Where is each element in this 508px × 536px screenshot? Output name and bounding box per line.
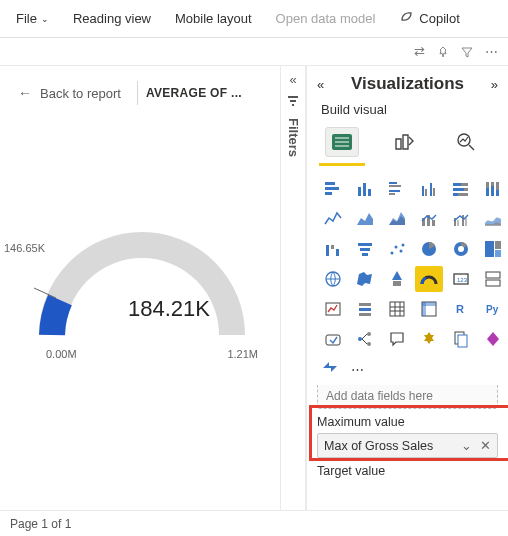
viz-treemap[interactable] <box>479 236 507 262</box>
svg-rect-40 <box>457 220 459 226</box>
menu-file-label: File <box>16 11 37 26</box>
svg-rect-46 <box>358 243 372 246</box>
tab-underline <box>319 163 365 166</box>
viz-clustered-column[interactable] <box>415 176 443 202</box>
menu-mobile-layout[interactable]: Mobile layout <box>165 5 262 32</box>
svg-rect-60 <box>393 281 401 286</box>
field-remove-icon[interactable]: ✕ <box>480 438 491 453</box>
back-to-report[interactable]: ← Back to report <box>10 85 129 101</box>
viz-line-stacked-column[interactable] <box>415 206 443 232</box>
svg-rect-66 <box>359 303 371 306</box>
viz-card[interactable]: 123 <box>447 266 475 292</box>
svg-rect-16 <box>389 182 397 184</box>
format-visual-tab[interactable] <box>387 127 421 157</box>
svg-rect-48 <box>362 253 368 256</box>
viz-qna[interactable] <box>383 326 411 352</box>
svg-rect-38 <box>432 220 435 226</box>
viz-slicer[interactable] <box>351 296 379 322</box>
viz-power-automate[interactable] <box>321 360 341 379</box>
viz-azure-map[interactable] <box>383 266 411 292</box>
viz-decomposition-tree[interactable] <box>351 326 379 352</box>
menu-copilot[interactable]: Copilot <box>389 3 469 34</box>
viz-clustered-bar[interactable] <box>383 176 411 202</box>
viz-map[interactable] <box>319 266 347 292</box>
more-visuals-icon[interactable]: ⋯ <box>351 362 364 377</box>
svg-rect-21 <box>425 189 427 196</box>
maximum-value-field[interactable]: Max of Gross Sales ⌄ ✕ <box>317 433 498 458</box>
build-visual-tab[interactable] <box>325 127 359 157</box>
svg-text:Py: Py <box>486 304 499 315</box>
top-menubar: File ⌄ Reading view Mobile layout Open d… <box>0 0 508 38</box>
svg-rect-3 <box>292 104 294 106</box>
viz-funnel[interactable] <box>351 236 379 262</box>
viz-scatter[interactable] <box>383 236 411 262</box>
expand-pane-icon[interactable]: » <box>491 77 498 92</box>
viz-stacked-bar[interactable] <box>319 176 347 202</box>
drill-icon[interactable]: ⇄ <box>412 45 426 59</box>
viz-stacked-column[interactable] <box>351 176 379 202</box>
more-options-icon[interactable]: ⋯ <box>484 45 498 59</box>
viz-multi-row-card[interactable] <box>479 266 507 292</box>
menu-copilot-label: Copilot <box>419 11 459 26</box>
menu-reading-view[interactable]: Reading view <box>63 5 161 32</box>
svg-rect-84 <box>458 335 467 347</box>
viz-key-influencers[interactable] <box>319 326 347 352</box>
svg-rect-69 <box>390 302 404 316</box>
field-wells: Add data fields here Maximum value Max o… <box>307 385 508 492</box>
svg-rect-57 <box>495 241 501 249</box>
viz-matrix[interactable] <box>415 296 443 322</box>
viz-ribbon[interactable] <box>479 206 507 232</box>
filter-icon[interactable] <box>460 45 474 59</box>
viz-100-stacked-bar[interactable] <box>447 176 475 202</box>
maximum-value-field-text: Max of Gross Sales <box>324 439 433 453</box>
viz-python-visual[interactable]: Py <box>479 296 507 322</box>
svg-rect-15 <box>368 189 371 196</box>
svg-rect-43 <box>326 245 329 256</box>
svg-line-9 <box>469 145 474 150</box>
svg-rect-64 <box>486 280 500 286</box>
viz-pie[interactable] <box>415 236 443 262</box>
viz-table[interactable] <box>383 296 411 322</box>
svg-rect-31 <box>486 188 489 196</box>
menu-file[interactable]: File ⌄ <box>6 5 59 32</box>
viz-kpi[interactable] <box>319 296 347 322</box>
filters-label: Filters <box>286 116 301 157</box>
viz-stacked-area[interactable] <box>383 206 411 232</box>
visual-title: AVERAGE OF ... <box>146 86 242 100</box>
svg-rect-1 <box>288 96 298 98</box>
svg-point-82 <box>367 342 371 346</box>
svg-rect-45 <box>336 249 339 256</box>
viz-area[interactable] <box>351 206 379 232</box>
viz-line[interactable] <box>319 206 347 232</box>
svg-point-51 <box>400 250 403 253</box>
viz-waterfall[interactable] <box>319 236 347 262</box>
viz-smart-narrative[interactable] <box>415 326 443 352</box>
target-value-label: Target value <box>317 464 498 478</box>
viz-r-visual[interactable]: R <box>447 296 475 322</box>
report-canvas: ← Back to report AVERAGE OF ... 146.65K … <box>0 66 280 510</box>
svg-rect-17 <box>389 185 401 187</box>
menu-open-data-model: Open data model <box>266 5 386 32</box>
analytics-tab[interactable] <box>449 127 483 157</box>
svg-rect-27 <box>453 188 464 191</box>
filters-pane-collapsed[interactable]: « Filters <box>280 66 306 510</box>
value-well-placeholder[interactable]: Add data fields here <box>317 385 498 409</box>
viz-gauge[interactable] <box>415 266 443 292</box>
gauge-visual[interactable]: 146.65K 184.21K 0.00M 1.21M <box>10 180 270 363</box>
svg-rect-35 <box>496 190 499 196</box>
viz-paginated-report[interactable] <box>447 326 475 352</box>
viz-power-apps[interactable] <box>479 326 507 352</box>
viz-line-clustered-column[interactable] <box>447 206 475 232</box>
maximum-value-label: Maximum value <box>317 415 498 429</box>
collapse-pane-icon[interactable]: « <box>317 77 324 92</box>
gauge-svg <box>10 180 270 360</box>
viz-donut[interactable] <box>447 236 475 262</box>
svg-point-49 <box>391 252 394 255</box>
svg-rect-44 <box>331 245 334 249</box>
viz-100-stacked-column[interactable] <box>479 176 507 202</box>
pin-icon[interactable] <box>436 45 450 59</box>
visual-type-grid: 123 R Py <box>307 172 508 356</box>
field-dropdown-icon[interactable]: ⌄ <box>461 438 472 453</box>
expand-filters-icon[interactable]: « <box>289 72 296 87</box>
viz-filled-map[interactable] <box>351 266 379 292</box>
